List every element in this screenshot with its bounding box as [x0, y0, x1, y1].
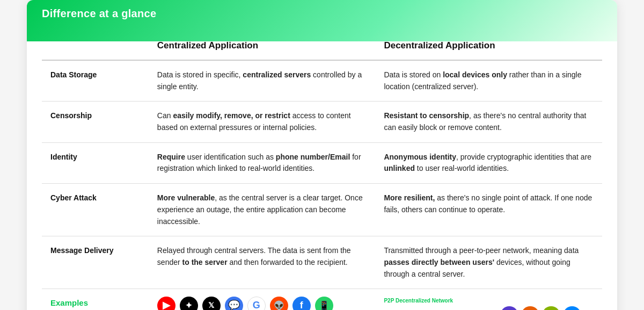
row-category: Data Storage [42, 60, 149, 102]
openai-icon: ✦ [180, 297, 198, 310]
google-icon: G [247, 297, 266, 310]
row-category: Censorship [42, 102, 149, 142]
page-title: Difference at a glance [42, 8, 156, 19]
facebook-icon: f [292, 297, 311, 310]
bluesky-icon: 🦋 [563, 306, 581, 310]
row-centralized: Can easily modify, remove, or restrict a… [149, 102, 376, 142]
row-decentralized: More resilient, as there's no single poi… [375, 184, 602, 236]
misskey-icon: Mi [542, 306, 560, 310]
x-twitter-icon: 𝕏 [202, 297, 221, 310]
p2p-icons-row: tu ⚡ ◈ ✖ 🌿 / 🐘 📷 Mi 🦋 Fediverse Network [384, 306, 594, 310]
row-category: Identity [42, 142, 149, 183]
mastodon-icon: 🐘 [500, 306, 518, 310]
centralized-icons-row: ▶ ✦ 𝕏 💬 G 👽 f 📱 [157, 297, 367, 310]
row-category: Cyber Attack [42, 184, 149, 236]
decentralized-examples: P2P Decentralized Network tu ⚡ ◈ ✖ 🌿 / 🐘… [375, 289, 602, 310]
examples-row: Examples ▶ ✦ 𝕏 💬 G 👽 f 📱 P2P Decentraliz… [42, 289, 602, 310]
pixelfed-icon: 📷 [521, 306, 539, 310]
examples-label: Examples [42, 289, 149, 310]
row-decentralized: Data is stored on local devices only rat… [375, 60, 602, 102]
main-card: Difference at a glance Centralized Appli… [27, 0, 617, 310]
fediverse-group: 🐘 📷 Mi 🦋 Fediverse Network [500, 306, 581, 310]
row-decentralized: Transmitted through a peer-to-peer netwo… [375, 236, 602, 289]
p2p-label: P2P Decentralized Network [384, 297, 594, 305]
table-row: Data StorageData is stored in specific, … [42, 60, 602, 102]
row-decentralized: Anonymous identity, provide cryptographi… [375, 142, 602, 183]
row-centralized: Relayed through central servers. The dat… [149, 236, 376, 289]
decentralized-icons-wrapper: P2P Decentralized Network tu ⚡ ◈ ✖ 🌿 / 🐘… [384, 297, 594, 310]
table-row: Cyber AttackMore vulnerable, as the cent… [42, 184, 602, 236]
row-centralized: Require user identification such as phon… [149, 142, 376, 183]
comparison-table: Centralized Application Decentralized Ap… [42, 31, 602, 310]
table-row: IdentityRequire user identification such… [42, 142, 602, 183]
youtube-icon: ▶ [157, 297, 175, 310]
p2p-group: P2P Decentralized Network tu ⚡ ◈ ✖ 🌿 / 🐘… [384, 297, 594, 310]
row-centralized: More vulnerable, as the central server i… [149, 184, 376, 236]
centralized-examples: ▶ ✦ 𝕏 💬 G 👽 f 📱 [149, 289, 376, 310]
row-decentralized: Resistant to censorship, as there's no c… [375, 102, 602, 142]
fediverse-icons-row: 🐘 📷 Mi 🦋 [500, 306, 581, 310]
reddit-icon: 👽 [270, 297, 288, 310]
table-container: Centralized Application Decentralized Ap… [27, 31, 617, 310]
table-row: CensorshipCan easily modify, remove, or … [42, 102, 602, 142]
signal-icon: 💬 [225, 297, 243, 310]
header-section: Difference at a glance [27, 0, 617, 41]
row-centralized: Data is stored in specific, centralized … [149, 60, 376, 102]
table-row: Message DeliveryRelayed through central … [42, 236, 602, 289]
row-category: Message Delivery [42, 236, 149, 289]
whatsapp-icon: 📱 [315, 297, 333, 310]
